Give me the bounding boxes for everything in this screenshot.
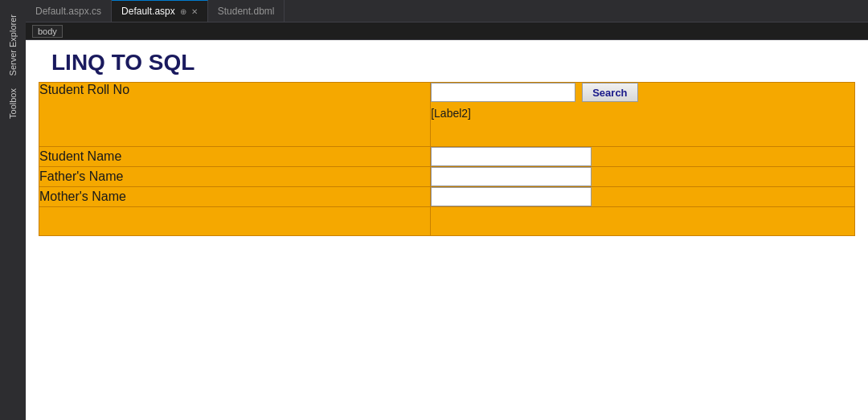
- page-content: LINQ TO SQL Student Roll No Search [Labe…: [26, 40, 868, 420]
- breadcrumb-body[interactable]: body: [32, 25, 63, 38]
- table-row: Student Roll No Search [Label2]: [39, 83, 855, 147]
- close-icon[interactable]: ✕: [191, 7, 198, 16]
- tab-label: Default.aspx.cs: [35, 6, 101, 17]
- tab-default-aspx-cs[interactable]: Default.aspx.cs: [26, 0, 112, 22]
- table-row: Mother's Name: [39, 187, 855, 207]
- form-table: Student Roll No Search [Label2] Student …: [39, 82, 855, 236]
- fathers-name-input[interactable]: [431, 167, 592, 186]
- student-name-input-cell: [431, 147, 855, 167]
- roll-no-input-cell: Search [Label2]: [431, 83, 855, 147]
- search-button[interactable]: Search: [582, 83, 637, 102]
- mothers-name-input-cell: [431, 187, 855, 207]
- sidebar: Server Explorer Toolbox: [0, 0, 26, 420]
- student-name-input[interactable]: [431, 147, 592, 166]
- breadcrumb: body: [26, 22, 868, 40]
- tab-bar: Default.aspx.cs Default.aspx ⊕ ✕ Student…: [26, 0, 868, 22]
- table-row: Father's Name: [39, 167, 855, 187]
- fathers-name-input-cell: [431, 167, 855, 187]
- mothers-name-label: Mother's Name: [39, 187, 431, 207]
- table-row: Student Name: [39, 147, 855, 167]
- sidebar-item-server-explorer[interactable]: Server Explorer: [6, 8, 19, 82]
- main-area: Default.aspx.cs Default.aspx ⊕ ✕ Student…: [26, 0, 868, 420]
- fathers-name-label: Father's Name: [39, 167, 431, 187]
- table-row-empty: [39, 207, 855, 236]
- tab-default-aspx[interactable]: Default.aspx ⊕ ✕: [112, 0, 208, 22]
- roll-no-inner: Search [Label2]: [431, 83, 854, 120]
- tab-label: Student.dbml: [218, 6, 275, 17]
- roll-no-input[interactable]: [431, 83, 575, 102]
- pin-icon: ⊕: [180, 7, 186, 16]
- tab-student-dbml[interactable]: Student.dbml: [208, 0, 285, 22]
- page-title: LINQ TO SQL: [39, 40, 855, 82]
- mothers-name-input[interactable]: [431, 187, 592, 206]
- student-name-label: Student Name: [39, 147, 431, 167]
- sidebar-item-toolbox[interactable]: Toolbox: [6, 82, 19, 125]
- roll-no-row: Search: [431, 83, 854, 102]
- empty-input-cell: [431, 207, 855, 236]
- roll-no-label: Student Roll No: [39, 83, 431, 147]
- label2: [Label2]: [431, 107, 854, 120]
- empty-label-cell: [39, 207, 431, 236]
- tab-label: Default.aspx: [121, 6, 175, 17]
